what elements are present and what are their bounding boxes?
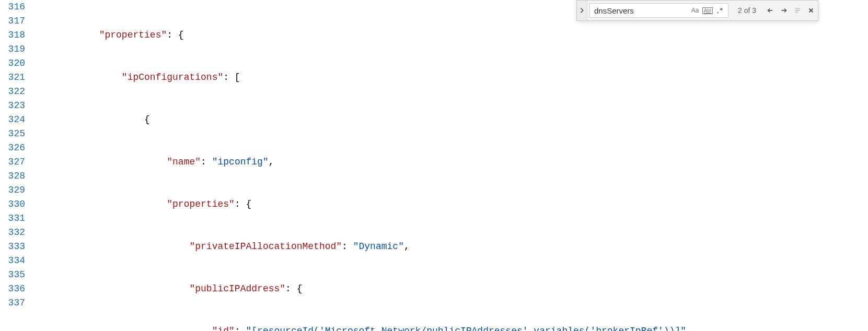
- code-line: "name": "ipconfig",: [31, 155, 868, 169]
- prev-match-button[interactable]: [763, 4, 777, 17]
- code-line: "privateIPAllocationMethod": "Dynamic",: [31, 240, 868, 254]
- code-editor[interactable]: 316 317 318 319 320 321 322 323 324 325 …: [0, 0, 868, 331]
- chevron-right-icon: [578, 7, 585, 14]
- line-number: 337: [0, 296, 25, 310]
- line-number-gutter: 316 317 318 319 320 321 322 323 324 325 …: [0, 0, 31, 331]
- code-line: "properties": {: [31, 197, 868, 211]
- svg-point-0: [717, 11, 719, 13]
- regex-toggle[interactable]: [714, 5, 726, 16]
- code-line: "id": "[resourceId('Microsoft.Network/pu…: [31, 324, 868, 331]
- toggle-replace-button[interactable]: [577, 1, 587, 20]
- regex-icon: [716, 7, 724, 15]
- find-count: 2 of 3: [731, 6, 763, 15]
- line-number: 327: [0, 155, 25, 169]
- code-line: "publicIPAddress": {: [31, 282, 868, 296]
- arrow-left-icon: [767, 7, 774, 14]
- line-number: 323: [0, 99, 25, 113]
- match-case-toggle[interactable]: Aa: [689, 5, 701, 16]
- selection-icon: [794, 7, 801, 14]
- line-number: 335: [0, 268, 25, 282]
- find-input-wrap: Aa Abl: [589, 3, 728, 18]
- line-number: 331: [0, 211, 25, 226]
- line-number: 319: [0, 42, 25, 56]
- line-number: 328: [0, 169, 25, 183]
- close-icon: [807, 7, 815, 14]
- find-widget: Aa Abl 2 of 3: [576, 0, 818, 21]
- close-find-button[interactable]: [804, 4, 818, 17]
- line-number: 332: [0, 226, 25, 240]
- code-line: "ipConfigurations": [: [31, 70, 868, 85]
- line-number: 324: [0, 113, 25, 127]
- line-number: 325: [0, 127, 25, 141]
- line-number: 317: [0, 14, 25, 28]
- line-number: 321: [0, 70, 25, 85]
- line-number: 320: [0, 56, 25, 70]
- line-number: 334: [0, 254, 25, 268]
- line-number: 333: [0, 240, 25, 254]
- whole-word-toggle[interactable]: Abl: [702, 5, 713, 16]
- line-number: 326: [0, 141, 25, 155]
- line-number: 330: [0, 197, 25, 211]
- find-in-selection-toggle[interactable]: [791, 4, 804, 17]
- find-input[interactable]: [594, 6, 688, 15]
- code-line: {: [31, 113, 868, 127]
- arrow-right-icon: [780, 7, 788, 14]
- line-number: 316: [0, 0, 25, 14]
- next-match-button[interactable]: [777, 4, 791, 17]
- line-number: 322: [0, 85, 25, 99]
- line-number: 336: [0, 282, 25, 296]
- code-line: "properties": {: [31, 28, 868, 42]
- line-number: 329: [0, 183, 25, 197]
- code-content[interactable]: "properties": { "ipConfigurations": [ { …: [31, 0, 868, 331]
- line-number: 318: [0, 28, 25, 42]
